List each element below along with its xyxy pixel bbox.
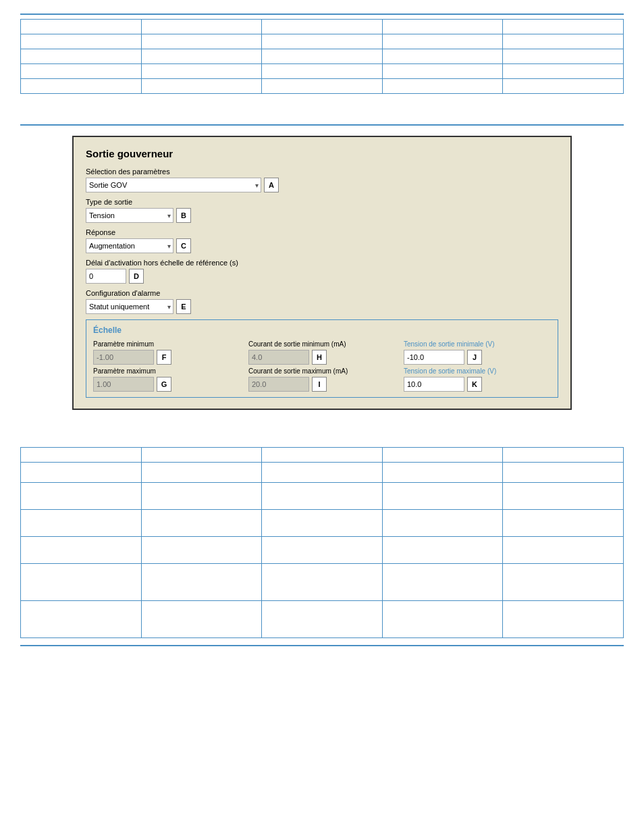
reponse-select[interactable]: Augmentation (86, 238, 173, 253)
cell (262, 483, 383, 510)
bottom-table-header-row (21, 448, 624, 463)
tension-max-input[interactable] (404, 377, 464, 392)
cell (141, 49, 262, 64)
cell (141, 601, 262, 638)
selection-badge: A (264, 178, 279, 192)
tension-min-input[interactable] (404, 350, 464, 365)
top-col-5-header (503, 20, 624, 34)
cell (21, 49, 142, 64)
courant-max-input-row: I (248, 377, 396, 392)
cell (503, 49, 624, 64)
cell (262, 49, 383, 64)
bottom-col-1-header (21, 448, 142, 463)
cell (262, 79, 383, 94)
cell (503, 537, 624, 564)
tension-min-input-row: J (404, 350, 551, 365)
cell (382, 34, 503, 49)
echelle-section: Échelle Paramètre minimum F Courant de s… (86, 319, 558, 398)
config-select-wrapper[interactable]: Statut uniquement (86, 299, 173, 314)
cell (503, 510, 624, 537)
echelle-col-courant-max: Courant de sortie maximum (mA) I (248, 367, 396, 392)
courant-min-badge: H (312, 350, 327, 365)
panel-title: Sortie gouverneur (86, 148, 558, 159)
page-wrapper: Sortie gouverneur Sélection des paramètr… (0, 0, 644, 664)
selection-select-wrapper[interactable]: Sortie GOV (86, 178, 261, 192)
cell (21, 463, 142, 483)
cell (262, 34, 383, 49)
type-select[interactable]: Tension (86, 208, 173, 223)
param-min-input[interactable] (93, 350, 154, 365)
echelle-col-courant-min: Courant de sortie minimum (mA) H (248, 340, 396, 365)
table-row (21, 483, 624, 510)
courant-min-label: Courant de sortie minimum (mA) (248, 340, 396, 348)
cell (382, 79, 503, 94)
cell (262, 537, 383, 564)
cell (21, 483, 142, 510)
cell (262, 463, 383, 483)
top-table-header-row (21, 20, 624, 34)
table-row (21, 510, 624, 537)
cell (21, 510, 142, 537)
echelle-title: Échelle (93, 325, 551, 335)
selection-select[interactable]: Sortie GOV (86, 178, 261, 192)
spacer (20, 107, 624, 118)
cell (503, 463, 624, 483)
table-row (21, 537, 624, 564)
config-label: Configuration d'alarme (86, 289, 558, 297)
cell (262, 564, 383, 601)
reponse-select-wrapper[interactable]: Augmentation (86, 238, 173, 253)
tension-min-badge: J (467, 350, 482, 365)
courant-max-badge: I (312, 377, 327, 392)
top-col-2-header (141, 20, 262, 34)
bottom-blue-line (20, 645, 624, 646)
cell (262, 510, 383, 537)
param-min-badge: F (157, 350, 171, 365)
cell (141, 564, 262, 601)
cell (382, 483, 503, 510)
reponse-row: Augmentation C (86, 238, 558, 253)
delai-input[interactable] (86, 269, 126, 284)
cell (503, 483, 624, 510)
top-blue-line (20, 14, 624, 15)
tension-max-input-row: K (404, 377, 551, 392)
courant-min-input[interactable] (248, 350, 309, 365)
selection-label: Sélection des paramètres (86, 167, 558, 176)
middle-blue-line (20, 124, 624, 126)
cell (382, 537, 503, 564)
cell (141, 463, 262, 483)
table-row (21, 564, 624, 601)
echelle-col-tension-max: Tension de sortie maximale (V) K (404, 367, 551, 392)
top-col-1-header (21, 20, 142, 34)
cell (141, 537, 262, 564)
cell (21, 34, 142, 49)
top-table (20, 19, 624, 94)
param-max-input[interactable] (93, 377, 154, 392)
cell (141, 510, 262, 537)
cell (382, 510, 503, 537)
bottom-col-4-header (382, 448, 503, 463)
cell (141, 79, 262, 94)
param-max-input-row: G (93, 377, 240, 392)
courant-max-input[interactable] (248, 377, 309, 392)
middle-section: Sortie gouverneur Sélection des paramètr… (20, 118, 624, 410)
config-badge: E (176, 299, 191, 314)
cell (503, 34, 624, 49)
bottom-table-section (20, 447, 624, 646)
param-min-label: Paramètre minimum (93, 340, 240, 348)
spacer2 (20, 423, 624, 434)
table-row (21, 49, 624, 64)
reponse-badge: C (176, 238, 191, 253)
cell (382, 64, 503, 79)
cell (21, 601, 142, 638)
echelle-col-param-max: Paramètre maximum G (93, 367, 240, 392)
type-select-wrapper[interactable]: Tension (86, 208, 173, 223)
reponse-label: Réponse (86, 228, 558, 236)
top-col-4-header (382, 20, 503, 34)
table-row (21, 34, 624, 49)
param-max-label: Paramètre maximum (93, 367, 240, 375)
config-select[interactable]: Statut uniquement (86, 299, 173, 314)
tension-min-label: Tension de sortie minimale (V) (404, 340, 551, 348)
courant-min-input-row: H (248, 350, 396, 365)
cell (141, 34, 262, 49)
table-row (21, 79, 624, 94)
